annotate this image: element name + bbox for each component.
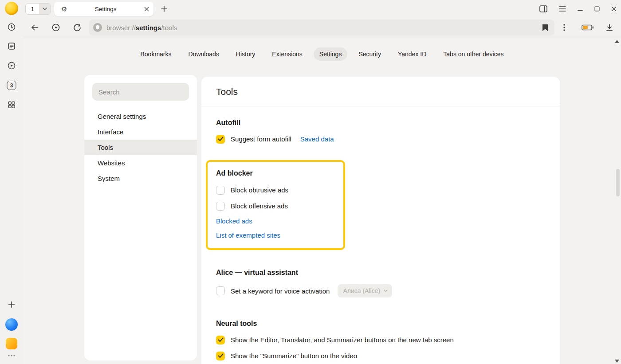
tab-settings[interactable]: ⚙ Settings [54,2,153,16]
alice-voice-select[interactable]: Алиса (Alice) [338,284,392,297]
saved-data-link[interactable]: Saved data [300,135,334,143]
block-obtrusive-checkbox[interactable] [216,186,225,195]
nav-bookmarks[interactable]: Bookmarks [134,47,177,61]
select-chevron-icon [384,290,388,292]
browser-window: 3 1 ⚙ Settings [0,0,621,364]
alice-heading: Alice — virtual assistant [216,269,545,277]
bookmark-icon[interactable] [542,24,548,31]
rail-add-icon[interactable] [8,301,16,309]
app-icon-orange[interactable] [6,338,17,349]
alice-keyword-checkbox[interactable] [216,286,225,295]
alice-keyword-row: Set a keyword for voice activation Алиса… [216,284,545,297]
play-icon[interactable] [7,61,16,70]
minimize-icon[interactable] [578,6,583,12]
block-offensive-row: Block offensive ads [216,201,343,211]
autofill-heading: Autofill [216,119,545,127]
neural-summarize-label: Show the "Summarize" button on the video [231,352,357,360]
toolbar: browser://settings/tools [23,18,621,37]
section-autofill: Autofill Suggest form autofill Saved dat… [216,119,545,144]
settings-top-nav: Bookmarks Downloads History Extensions S… [23,47,621,61]
tabs-panel-button[interactable]: 3 [7,81,16,90]
block-offensive-label: Block offensive ads [231,202,288,210]
block-obtrusive-label: Block obtrusive ads [231,186,288,194]
browser-app-icon[interactable] [5,318,18,331]
history-clock-icon[interactable] [7,22,16,32]
close-window-icon[interactable] [611,6,617,12]
maximize-icon[interactable] [594,6,600,12]
ad-blocker-heading: Ad blocker [216,169,343,177]
window-controls [539,0,617,18]
battery-icon[interactable] [581,22,594,33]
suggest-autofill-label: Suggest form autofill [231,135,291,143]
sidebar-item-websites[interactable]: Websites [92,155,189,171]
tab-strip: 1 ⚙ Settings [23,0,621,18]
alice-avatar[interactable] [5,2,18,15]
section-neural-tools: Neural tools Show the Editor, Translator… [216,320,545,364]
settings-page: Bookmarks Downloads History Extensions S… [23,38,621,364]
nav-security[interactable]: Security [353,47,387,61]
nav-extensions[interactable]: Extensions [266,47,308,61]
tab-count-badge: 3 [7,81,16,90]
neural-editor-checkbox[interactable] [216,336,225,344]
scrollbar-thumb[interactable] [616,169,620,196]
block-obtrusive-row: Block obtrusive ads [216,185,343,195]
nav-yandex-id[interactable]: Yandex ID [392,47,432,61]
rail-more-icon[interactable] [8,354,16,357]
protect-shield-icon[interactable] [93,23,102,32]
side-panel-icon[interactable] [539,5,547,12]
section-ad-blocker-highlighted: Ad blocker Block obtrusive ads Block off… [206,160,345,250]
sidebar-item-general-settings[interactable]: General settings [92,109,189,124]
neural-tools-heading: Neural tools [216,320,545,328]
neural-summarize-checkbox[interactable] [216,352,225,360]
scroll-up-arrow[interactable] [615,40,619,43]
neural-editor-row: Show the Editor, Translator, and Summari… [216,335,545,344]
yandex-id-icon[interactable] [51,22,61,33]
menu-icon[interactable] [559,6,566,12]
sidebar-item-interface[interactable]: Interface [92,124,189,140]
nav-settings[interactable]: Settings [314,47,348,61]
tab-counter[interactable]: 1 [25,3,51,15]
sidebar-item-system[interactable]: System [92,171,189,186]
nav-downloads[interactable]: Downloads [183,47,225,61]
blocked-ads-link[interactable]: Blocked ads [216,217,343,225]
gear-icon: ⚙ [61,6,67,12]
tab-close-icon[interactable] [144,7,149,12]
search-input[interactable] [92,83,189,101]
url-text: browser://settings/tools [106,24,177,31]
new-tab-button[interactable] [159,4,169,14]
settings-sidebar: General settings Interface Tools Website… [84,75,197,360]
tab-counter-number: 1 [26,4,39,14]
alice-voice-select-value: Алиса (Alice) [343,287,380,294]
reload-icon[interactable] [72,22,83,33]
feed-icon[interactable] [7,41,16,51]
exempted-sites-link[interactable]: List of exempted sites [216,231,343,239]
block-offensive-checkbox[interactable] [216,202,225,211]
left-rail: 3 [0,0,23,364]
alice-keyword-label: Set a keyword for voice activation [231,287,330,295]
scroll-down-arrow[interactable] [615,360,619,363]
address-bar[interactable]: browser://settings/tools [89,20,554,35]
neural-summarize-row: Show the "Summarize" button on the video [216,351,545,360]
more-menu-icon[interactable] [559,22,570,33]
sidebar-item-tools[interactable]: Tools [84,140,197,155]
nav-tabs-other-devices[interactable]: Tabs on other devices [437,47,509,61]
nav-history[interactable]: History [230,47,261,61]
suggest-autofill-row: Suggest form autofill Saved data [216,134,545,144]
section-alice: Alice — virtual assistant Set a keyword … [216,269,545,297]
downloads-icon[interactable] [604,22,615,33]
chevron-down-icon[interactable] [39,4,51,14]
suggest-autofill-checkbox[interactable] [216,135,225,144]
tools-settings-card: Tools Autofill Suggest form autofill Sav… [201,77,560,364]
settings-sections-list: General settings Interface Tools Website… [92,109,189,186]
tab-title: Settings [67,6,144,12]
neural-editor-label: Show the Editor, Translator, and Summari… [231,336,454,344]
back-icon[interactable] [29,22,40,33]
page-title: Tools [216,86,545,97]
apps-grid-icon[interactable] [7,100,16,109]
